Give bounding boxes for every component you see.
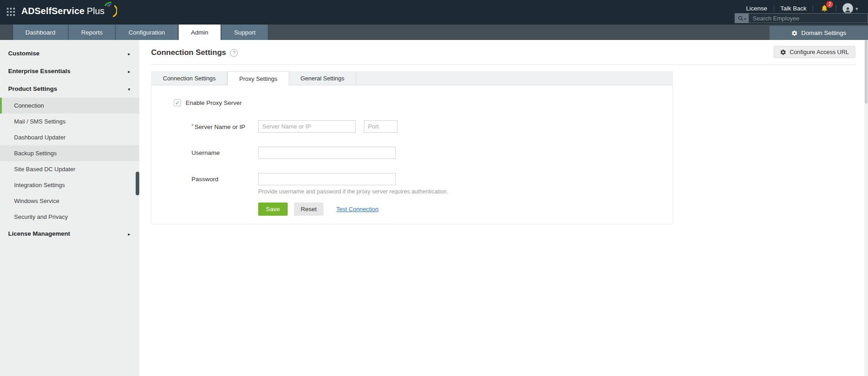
sidebar-item-product-settings[interactable]: Product Settings bbox=[0, 80, 139, 98]
logo-text-bold: ADSelfService bbox=[21, 6, 84, 16]
search-scope-selector[interactable] bbox=[735, 14, 749, 23]
domain-settings-button[interactable]: Domain Settings bbox=[770, 26, 868, 40]
page-scrollbar[interactable] bbox=[864, 40, 868, 376]
sidebar-item-windows-service[interactable]: Windows Service bbox=[0, 193, 139, 209]
help-icon[interactable] bbox=[230, 49, 238, 57]
sidebar: CustomiseEnterprise EssentialsProduct Se… bbox=[0, 40, 139, 376]
actions-row: Save Reset Test Connection bbox=[258, 203, 672, 216]
nav-tab-reports[interactable]: Reports bbox=[69, 25, 115, 40]
settings-panel: Connection SettingsProxy SettingsGeneral… bbox=[151, 71, 673, 224]
user-menu[interactable] bbox=[836, 3, 858, 14]
sidebar-item-security-and-privacy[interactable]: Security and Privacy bbox=[0, 209, 139, 225]
app-header: ADSelfService Plus License Talk Back 2 bbox=[0, 0, 868, 25]
server-row: *Server Name or IP bbox=[152, 120, 672, 133]
sidebar-item-mail-sms-settings[interactable]: Mail / SMS Settings bbox=[0, 114, 139, 129]
chevron-right-icon bbox=[128, 69, 130, 74]
search-input[interactable] bbox=[749, 14, 868, 23]
test-connection-link[interactable]: Test Connection bbox=[336, 206, 378, 213]
tab-connection-settings[interactable]: Connection Settings bbox=[151, 71, 227, 85]
gear-icon bbox=[791, 30, 798, 36]
settings-tabs: Connection SettingsProxy SettingsGeneral… bbox=[151, 71, 673, 85]
divider bbox=[151, 64, 855, 65]
reset-button[interactable]: Reset bbox=[294, 203, 324, 216]
sidebar-item-license-management[interactable]: License Management bbox=[0, 225, 139, 242]
nav-tab-support[interactable]: Support bbox=[222, 25, 268, 40]
chevron-down-icon bbox=[128, 86, 130, 91]
server-label: *Server Name or IP bbox=[191, 123, 258, 130]
username-input[interactable] bbox=[258, 147, 396, 159]
required-asterisk: * bbox=[191, 123, 194, 129]
password-input[interactable] bbox=[258, 173, 396, 185]
nav-tab-dashboard[interactable]: Dashboard bbox=[13, 25, 68, 40]
password-label: Password bbox=[191, 176, 258, 183]
username-label: Username bbox=[191, 149, 258, 156]
chevron-down-icon bbox=[855, 5, 858, 12]
notifications-bell-icon[interactable]: 2 bbox=[813, 4, 836, 12]
enable-proxy-row: Enable Proxy Server bbox=[174, 99, 672, 106]
sidebar-collapse-handle[interactable] bbox=[136, 172, 139, 195]
nav-tab-configuration[interactable]: Configuration bbox=[116, 25, 177, 40]
tab-proxy-settings[interactable]: Proxy Settings bbox=[227, 71, 289, 85]
header-links: License Talk Back 2 bbox=[740, 3, 858, 14]
employee-search bbox=[735, 13, 868, 23]
enable-proxy-label: Enable Proxy Server bbox=[186, 99, 242, 106]
sidebar-item-backup-settings[interactable]: Backup Settings bbox=[0, 145, 139, 161]
sidebar-item-enterprise-essentials[interactable]: Enterprise Essentials bbox=[0, 62, 139, 80]
nav-tab-admin[interactable]: Admin bbox=[179, 25, 221, 40]
user-avatar-icon bbox=[843, 3, 853, 14]
chevron-right-icon bbox=[128, 51, 130, 56]
tab-general-settings[interactable]: General Settings bbox=[289, 71, 356, 85]
primary-nav: DashboardReportsConfigurationAdminSuppor… bbox=[0, 25, 868, 40]
notification-count-badge: 2 bbox=[826, 1, 833, 8]
search-icon bbox=[738, 15, 744, 21]
scrollbar-thumb[interactable] bbox=[865, 40, 868, 104]
license-link[interactable]: License bbox=[740, 5, 774, 12]
main-content: Connection Settings Configure Access URL… bbox=[139, 40, 868, 376]
sidebar-item-site-based-dc-updater[interactable]: Site Based DC Updater bbox=[0, 161, 139, 177]
gear-icon bbox=[780, 49, 786, 55]
chevron-right-icon bbox=[128, 231, 130, 236]
title-row: Connection Settings Configure Access URL bbox=[151, 46, 855, 59]
app-logo: ADSelfService Plus bbox=[21, 6, 117, 19]
apps-grid-icon[interactable] bbox=[7, 8, 15, 16]
logo-text-light: Plus bbox=[87, 6, 104, 16]
enable-proxy-checkbox[interactable] bbox=[174, 99, 181, 106]
talkback-link[interactable]: Talk Back bbox=[774, 5, 813, 12]
logo-swoosh-icon bbox=[103, 1, 117, 19]
server-name-input[interactable] bbox=[258, 120, 356, 133]
sidebar-item-customise[interactable]: Customise bbox=[0, 45, 139, 62]
sidebar-item-integration-settings[interactable]: Integration Settings bbox=[0, 177, 139, 193]
username-row: Username bbox=[152, 147, 672, 159]
save-button[interactable]: Save bbox=[258, 203, 288, 216]
chevron-down-icon bbox=[744, 15, 746, 22]
proxy-settings-panel: Enable Proxy Server *Server Name or IP U… bbox=[151, 85, 673, 224]
domain-settings-label: Domain Settings bbox=[801, 30, 846, 36]
sidebar-item-dashboard-updater[interactable]: Dashboard Updater bbox=[0, 129, 139, 145]
sidebar-item-connection[interactable]: Connection bbox=[0, 98, 139, 114]
configure-access-url-label: Configure Access URL bbox=[790, 49, 849, 55]
configure-access-url-button[interactable]: Configure Access URL bbox=[774, 46, 855, 58]
nav-tabs: DashboardReportsConfigurationAdminSuppor… bbox=[13, 25, 268, 40]
password-row: Password bbox=[152, 173, 672, 185]
port-input[interactable] bbox=[364, 120, 397, 133]
auth-helper-text: Provide username and password if the pro… bbox=[258, 188, 672, 195]
page-title: Connection Settings bbox=[151, 48, 226, 57]
